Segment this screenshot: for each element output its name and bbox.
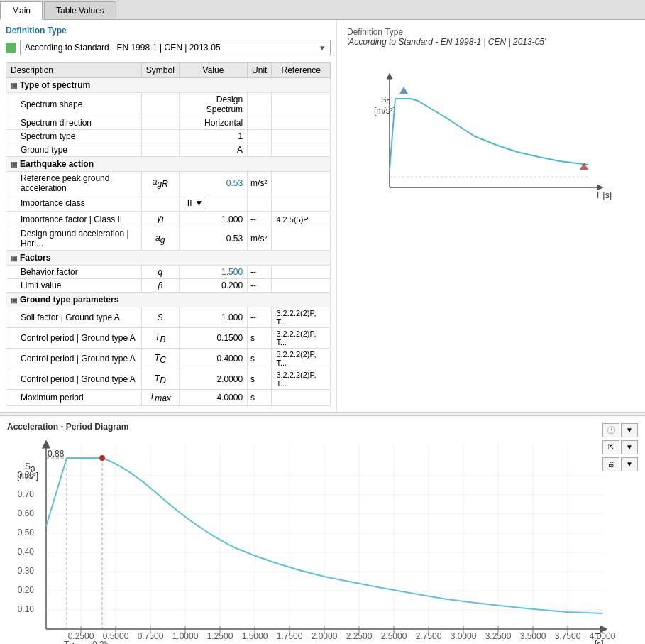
row-tc-desc: Control period | Ground type A (6, 349, 142, 369)
row-limit-desc: Limit value (6, 279, 142, 293)
importance-class-val: II (187, 198, 192, 208)
col-header-unit: Unit (248, 63, 272, 78)
expand-icon-eq[interactable]: ▣ (11, 160, 17, 168)
svg-text:2.0000: 2.0000 (312, 631, 338, 641)
print-button[interactable]: 🖨 (602, 457, 619, 471)
history-dropdown[interactable]: ▼ (621, 423, 638, 437)
def-type-info: Definition Type 'According to Standard -… (347, 27, 635, 47)
row-tc-symbol: TC (141, 349, 179, 369)
row-spectrum-dir-symbol (141, 116, 179, 130)
table-row: Control period | Ground type A TB 0.1500… (6, 328, 331, 349)
svg-text:Sa: Sa (381, 95, 391, 107)
print-dropdown[interactable]: ▼ (621, 457, 638, 471)
row-spectrum-shape-desc: Spectrum shape (6, 93, 142, 116)
right-panel: Definition Type 'According to Standard -… (337, 20, 645, 412)
row-agr-ref (272, 172, 331, 195)
row-tb-symbol: TB (141, 328, 179, 349)
table-row: Control period | Ground type A TD 2.0000… (6, 369, 331, 390)
def-type-info-label: Definition Type (347, 27, 403, 37)
def-type-label: Definition Type (6, 26, 331, 36)
row-behavior-desc: Behavior factor (6, 266, 142, 279)
row-tmax-unit: s (248, 390, 272, 405)
svg-text:0.30: 0.30 (18, 566, 35, 576)
row-spectrum-shape-symbol (141, 93, 179, 116)
row-tc-value: 0.4000 (179, 349, 247, 369)
row-spectrum-shape-ref (272, 93, 331, 116)
row-limit-symbol: β (141, 279, 179, 293)
svg-point-84 (99, 455, 105, 461)
expand-icon-factors[interactable]: ▣ (11, 254, 17, 262)
row-tb-desc: Control period | Ground type A (6, 328, 142, 349)
row-tmax-symbol: Tmax (141, 390, 179, 405)
table-row: Limit value β 0.200 -- (6, 279, 331, 293)
row-agr-symbol: agR (141, 172, 179, 195)
row-ag-value: 0.53 (179, 227, 247, 251)
svg-text:0.60: 0.60 (18, 508, 35, 518)
section-title-factors: Factors (20, 253, 50, 263)
row-behavior-symbol: q (141, 266, 179, 279)
row-tc-unit: s (248, 349, 272, 369)
row-soil-value: 1.000 (179, 307, 247, 328)
tab-table-values[interactable]: Table Values (44, 1, 116, 19)
zoom-button[interactable]: ⇱ (602, 440, 619, 454)
svg-text:0.70: 0.70 (18, 489, 35, 499)
svg-text:2.2500: 2.2500 (346, 631, 373, 641)
row-importance-class-value: II ▼ (179, 195, 247, 212)
expand-icon-ground[interactable]: ▣ (11, 296, 17, 304)
bottom-chart-title: Acceleration - Period Diagram (7, 422, 638, 432)
expand-icon[interactable]: ▣ (11, 82, 17, 89)
table-row: Design ground acceleration | Hori... ag … (6, 227, 331, 251)
svg-text:1.5000: 1.5000 (242, 631, 268, 641)
dropdown-arrow-icon: ▼ (319, 44, 326, 52)
zoom-dropdown[interactable]: ▼ (621, 440, 638, 454)
row-limit-unit: -- (248, 279, 272, 293)
standard-dropdown[interactable]: According to Standard - EN 1998-1 | CEN … (20, 40, 331, 55)
dropdown-value: According to Standard - EN 1998-1 | CEN … (25, 43, 221, 53)
row-tmax-desc: Maximum period (6, 390, 142, 405)
svg-text:0.20: 0.20 (18, 585, 35, 595)
svg-text:1.7500: 1.7500 (277, 631, 303, 641)
spectrum-chart-small: Sa [m/s²] T [s] (347, 60, 617, 223)
top-section: Definition Type According to Standard - … (0, 20, 645, 413)
table-row: Spectrum shape Design Spectrum (6, 93, 331, 116)
history-button[interactable]: 🕐 (602, 423, 619, 437)
tab-main[interactable]: Main (0, 1, 43, 20)
svg-text:0.2500: 0.2500 (68, 631, 94, 641)
table-row: Soil factor | Ground type A S 1.000 -- 3… (6, 307, 331, 328)
svg-text:2.5000: 2.5000 (381, 631, 407, 641)
row-gamma-symbol: γI (141, 212, 179, 227)
row-ground-type-ref (272, 143, 331, 157)
svg-marker-5 (399, 87, 408, 94)
row-spectrum-dir-desc: Spectrum direction (6, 116, 142, 130)
row-agr-desc: Reference peak ground acceleration (6, 172, 142, 195)
row-soil-ref: 3.2.2.2(2)P, T... (272, 307, 331, 328)
row-spectrum-dir-unit (248, 116, 272, 130)
row-ground-type-desc: Ground type (6, 143, 142, 157)
row-spectrum-type-ref (272, 130, 331, 143)
bottom-section: Acceleration - Period Diagram 🕐 ▼ ⇱ ▼ 🖨 … (0, 415, 645, 644)
row-importance-class-desc: Importance class (6, 195, 142, 212)
table-row: Spectrum direction Horizontal (6, 116, 331, 130)
row-spectrum-dir-ref (272, 116, 331, 130)
col-header-reference: Reference (272, 63, 331, 78)
row-gamma-value: 1.000 (179, 212, 247, 227)
table-row: Importance factor | Class II γI 1.000 --… (6, 212, 331, 227)
importance-class-dropdown[interactable]: II ▼ (184, 197, 207, 209)
row-limit-value: 0.200 (179, 279, 247, 293)
row-ag-desc: Design ground acceleration | Hori... (6, 227, 142, 251)
row-spectrum-type-symbol (141, 130, 179, 143)
row-behavior-value[interactable]: 1.500 (179, 266, 247, 279)
row-agr-value[interactable]: 0.53 (179, 172, 247, 195)
row-spectrum-type-value: 1 (179, 130, 247, 143)
table-row: Ground type A (6, 143, 331, 157)
section-factors: ▣Factors (6, 251, 331, 266)
svg-text:0.88: 0.88 (48, 449, 65, 459)
row-spectrum-dir-value: Horizontal (179, 116, 247, 130)
row-spectrum-shape-unit (248, 93, 272, 116)
row-behavior-ref (272, 266, 331, 279)
row-gamma-desc: Importance factor | Class II (6, 212, 142, 227)
svg-text:0.3k: 0.3k (92, 640, 109, 644)
row-soil-desc: Soil factor | Ground type A (6, 307, 142, 328)
row-tb-ref: 3.2.2.2(2)P, T... (272, 328, 331, 349)
svg-text:0.50: 0.50 (18, 528, 35, 537)
